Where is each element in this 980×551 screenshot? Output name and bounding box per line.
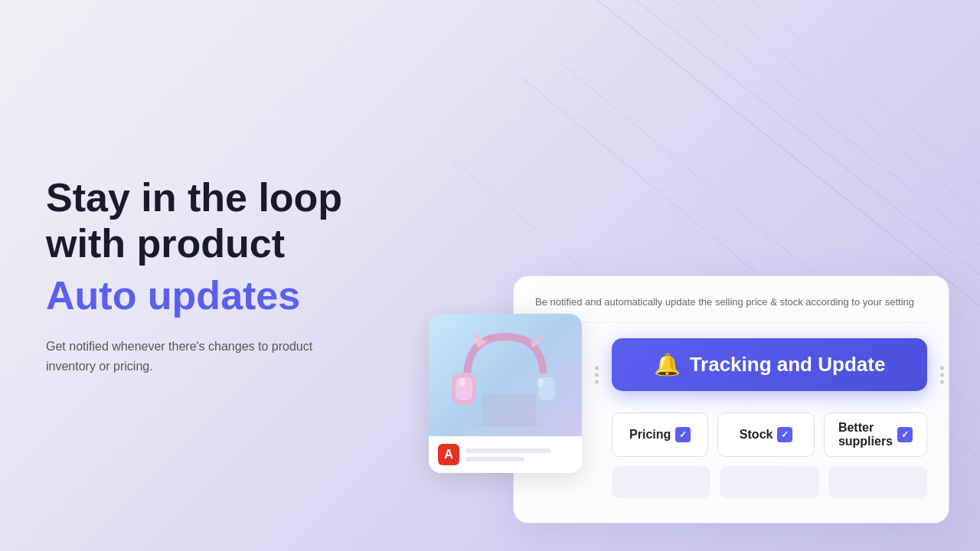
svg-line-3 xyxy=(712,0,980,306)
dot-1 xyxy=(595,367,599,370)
dot-4 xyxy=(940,367,944,370)
placeholder-item-3 xyxy=(828,466,927,498)
better-suppliers-check-icon: ✓ xyxy=(897,427,913,442)
product-image xyxy=(429,314,582,436)
dot-3 xyxy=(595,380,599,384)
pricing-label: Pricing xyxy=(629,428,671,442)
headphones-illustration xyxy=(440,318,570,432)
product-line-2 xyxy=(466,457,524,461)
svg-rect-19 xyxy=(475,423,544,427)
checkbox-pricing[interactable]: Pricing ✓ xyxy=(612,412,708,457)
product-line-1 xyxy=(466,448,551,453)
headline-block: Stay in the loop with product xyxy=(46,175,342,267)
tracking-button-wrapper: 🔔 Tracking and Update xyxy=(612,338,927,412)
product-card: A xyxy=(429,314,582,473)
info-banner-text: Be notified and automatically update the… xyxy=(535,295,927,323)
placeholder-item-1 xyxy=(612,466,710,498)
tracking-update-button[interactable]: 🔔 Tracking and Update xyxy=(612,338,927,391)
dot-5 xyxy=(940,373,944,377)
card-right-content: 🔔 Tracking and Update Pricing ✓ xyxy=(612,338,927,498)
left-content-section: Stay in the loop with product Auto updat… xyxy=(46,175,342,377)
placeholder-item-2 xyxy=(720,466,818,498)
better-suppliers-label: Better suppliers xyxy=(838,421,893,448)
svg-line-0 xyxy=(597,0,980,306)
dot-2 xyxy=(595,373,599,377)
dot-6 xyxy=(940,380,944,384)
checkbox-better-suppliers[interactable]: Better suppliers ✓ xyxy=(824,412,927,457)
svg-point-17 xyxy=(537,378,544,387)
stock-label: Stock xyxy=(740,428,773,442)
left-dots-decoration xyxy=(595,367,599,384)
right-dots-decoration xyxy=(940,367,944,384)
card-body: 🔔 Tracking and Update Pricing ✓ xyxy=(535,338,927,498)
svg-rect-18 xyxy=(482,394,536,425)
checkbox-stock[interactable]: Stock ✓ xyxy=(717,412,814,457)
product-card-footer: A xyxy=(429,436,582,473)
svg-line-6 xyxy=(750,0,980,306)
shop-icon: A xyxy=(438,444,459,465)
bell-icon: 🔔 xyxy=(654,352,681,377)
product-info-lines xyxy=(466,448,573,461)
svg-point-16 xyxy=(459,378,466,387)
headline-line2: with product xyxy=(46,221,285,266)
placeholder-items-row xyxy=(612,466,927,498)
headline-line1: Stay in the loop xyxy=(46,175,342,220)
pricing-check-icon: ✓ xyxy=(675,427,691,442)
tracking-button-label: Tracking and Update xyxy=(690,353,886,377)
checkbox-items-row: Pricing ✓ Stock ✓ Better suppliers ✓ xyxy=(612,412,927,457)
description-text: Get notified whenever there's changes to… xyxy=(46,337,337,376)
svg-line-1 xyxy=(635,0,980,306)
stock-check-icon: ✓ xyxy=(777,427,792,442)
svg-line-2 xyxy=(674,0,980,306)
headline-accent: Auto updates xyxy=(46,272,342,318)
